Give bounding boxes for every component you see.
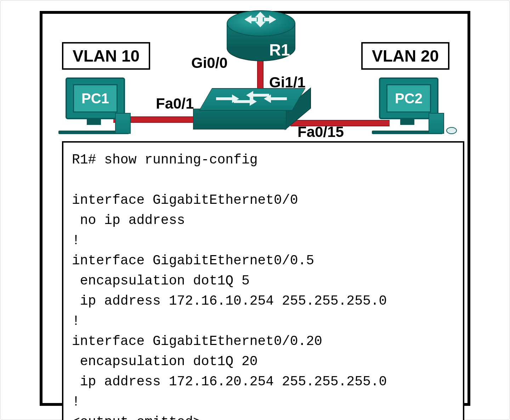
switch-icon [205, 88, 298, 131]
cli-config: interface GigabitEthernet0/0 no ip addre… [72, 192, 387, 420]
vlan20-label: VLAN 20 [372, 47, 439, 65]
svg-marker-3 [264, 15, 276, 24]
diagram-frame: VLAN 10 VLAN 20 R1 [40, 11, 470, 406]
vlan20-label-box: VLAN 20 [361, 42, 449, 70]
if-gi11-label: Gi1/1 [269, 74, 306, 91]
pc2-icon: PC2 [375, 77, 446, 145]
pc1-label: PC1 [81, 91, 109, 107]
page: VLAN 10 VLAN 20 R1 [0, 0, 510, 420]
if-gi00-label: Gi0/0 [191, 54, 228, 71]
pc1-icon: PC1 [62, 77, 133, 145]
cli-prompt: R1# show running-config [72, 152, 258, 167]
cli-output-box: R1# show running-config interface Gigabi… [62, 141, 464, 420]
pc2-label: PC2 [395, 91, 423, 107]
svg-marker-2 [244, 15, 257, 24]
if-fa015-label: Fa0/15 [298, 123, 344, 140]
vlan10-label: VLAN 10 [73, 47, 140, 65]
router-label: R1 [269, 40, 290, 59]
if-fa01-label: Fa0/1 [156, 95, 194, 112]
vlan10-label-box: VLAN 10 [62, 42, 150, 70]
